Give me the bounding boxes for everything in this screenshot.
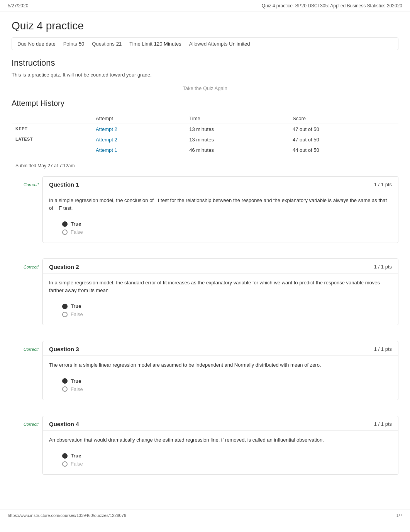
top-bar: 5/27/2020 Quiz 4 practice: SP20 DSCI 305… <box>0 0 410 12</box>
option-label: False <box>71 386 83 392</box>
attempt-row: Attempt 1 46 minutes 44 out of 50 <box>12 145 398 155</box>
question-header: Question 1 1 / 1 pts <box>43 177 398 191</box>
question-card: Question 2 1 / 1 pts In a simple regress… <box>42 258 398 325</box>
points-meta: Points 50 <box>63 41 85 47</box>
radio-circle <box>62 312 68 317</box>
attempt-score: 47 out of 50 <box>289 134 398 145</box>
correct-label: Correct! <box>12 176 42 251</box>
submitted-info: Submitted May 27 at 7:12am <box>15 163 398 168</box>
due-meta: Due No due date <box>17 41 56 47</box>
question-wrapper: Correct! Question 2 1 / 1 pts In a simpl… <box>12 258 398 333</box>
radio-circle <box>62 386 68 392</box>
correct-label: Correct! <box>12 416 42 483</box>
question-block: Question 4 1 / 1 pts An observation that… <box>42 416 398 483</box>
time-limit-value: 120 Minutes <box>154 41 181 47</box>
answer-option[interactable]: False <box>62 386 392 392</box>
points-label: Points <box>63 41 77 47</box>
attempt-link-cell: Attempt 1 <box>92 145 185 155</box>
questions-meta: Questions 21 <box>92 41 122 47</box>
question-card: Question 1 1 / 1 pts In a simple regress… <box>42 176 398 243</box>
radio-circle <box>62 229 68 235</box>
col-header-time: Time <box>185 113 289 124</box>
questions-label: Questions <box>92 41 115 47</box>
answer-option[interactable]: False <box>62 461 392 467</box>
answer-options: True False <box>43 221 398 243</box>
answer-option[interactable]: False <box>62 311 392 317</box>
answer-options: True False <box>43 453 398 474</box>
question-title: Question 3 <box>49 346 79 352</box>
radio-circle <box>62 461 68 467</box>
answer-option[interactable]: True <box>62 303 392 309</box>
questions-value: 21 <box>116 41 122 47</box>
question-header: Question 4 1 / 1 pts <box>43 416 398 431</box>
question-block: Question 3 1 / 1 pts The errors in a sim… <box>42 341 398 408</box>
attempt-link[interactable]: Attempt 2 <box>96 126 117 132</box>
option-label: False <box>71 229 83 235</box>
attempt-time: 46 minutes <box>185 145 289 155</box>
take-quiz-again-button[interactable]: Take the Quiz Again <box>12 85 398 91</box>
answer-option[interactable]: True <box>62 453 392 459</box>
question-body: In a simple regression model, the standa… <box>43 274 398 303</box>
attempt-row: LATEST Attempt 2 13 minutes 47 out of 50 <box>12 134 398 145</box>
question-text: In a simple regression model, the standa… <box>49 279 392 294</box>
attempt-link[interactable]: Attempt 1 <box>96 147 117 153</box>
question-block: Question 1 1 / 1 pts In a simple regress… <box>42 176 398 251</box>
question-card: Question 4 1 / 1 pts An observation that… <box>42 416 398 475</box>
radio-circle <box>62 304 68 309</box>
option-label: False <box>71 461 83 467</box>
question-header: Question 2 1 / 1 pts <box>43 259 398 274</box>
question-wrapper: Correct! Question 3 1 / 1 pts The errors… <box>12 341 398 408</box>
question-wrapper: Correct! Question 1 1 / 1 pts In a simpl… <box>12 176 398 251</box>
attempt-label: KEPT <box>12 124 92 135</box>
question-title: Question 2 <box>49 263 79 270</box>
quiz-meta: Due No due date Points 50 Questions 21 T… <box>12 37 398 50</box>
answer-option[interactable]: True <box>62 378 392 384</box>
question-title: Question 4 <box>49 421 79 427</box>
col-header-score: Score <box>289 113 398 124</box>
allowed-attempts-label: Allowed Attempts <box>189 41 228 47</box>
option-label: True <box>71 453 81 459</box>
radio-circle <box>62 453 68 459</box>
answer-option[interactable]: True <box>62 221 392 227</box>
attempt-label <box>12 145 92 155</box>
question-text: An observation that would dramatically c… <box>49 436 392 444</box>
top-date: 5/27/2020 <box>8 3 28 8</box>
top-title: Quiz 4 practice: SP20 DSCI 305: Applied … <box>262 3 402 8</box>
attempt-score: 44 out of 50 <box>289 145 398 155</box>
question-points: 1 / 1 pts <box>374 182 392 187</box>
question-points: 1 / 1 pts <box>374 421 392 427</box>
attempt-link[interactable]: Attempt 2 <box>96 137 117 143</box>
attempt-history-table: Attempt Time Score KEPT Attempt 2 13 min… <box>12 113 398 155</box>
due-value: No due date <box>28 41 56 47</box>
option-label: True <box>71 303 81 309</box>
option-label: True <box>71 221 81 227</box>
bottom-bar: https://wwu.instructure.com/courses/1339… <box>0 510 410 521</box>
radio-circle <box>62 221 68 227</box>
attempt-history-title: Attempt History <box>12 99 398 108</box>
attempt-row: KEPT Attempt 2 13 minutes 47 out of 50 <box>12 124 398 135</box>
allowed-attempts-meta: Allowed Attempts Unlimited <box>189 41 250 47</box>
question-card: Question 3 1 / 1 pts The errors in a sim… <box>42 341 398 400</box>
answer-options: True False <box>43 303 398 325</box>
question-wrapper: Correct! Question 4 1 / 1 pts An observa… <box>12 416 398 483</box>
time-limit-meta: Time Limit 120 Minutes <box>129 41 181 47</box>
question-text: The errors in a simple linear regression… <box>49 361 392 369</box>
allowed-attempts-value: Unlimited <box>229 41 250 47</box>
question-header: Question 3 1 / 1 pts <box>43 341 398 356</box>
page-indicator: 1/7 <box>396 513 402 518</box>
points-value: 50 <box>79 41 84 47</box>
answer-option[interactable]: False <box>62 229 392 235</box>
attempt-link-cell: Attempt 2 <box>92 124 185 135</box>
radio-circle <box>62 378 68 384</box>
question-block: Question 2 1 / 1 pts In a simple regress… <box>42 258 398 333</box>
question-points: 1 / 1 pts <box>374 264 392 270</box>
correct-label: Correct! <box>12 341 42 408</box>
question-points: 1 / 1 pts <box>374 346 392 352</box>
col-header-empty <box>12 113 92 124</box>
time-limit-label: Time Limit <box>129 41 152 47</box>
question-text: In a simple regression model, the conclu… <box>49 197 392 212</box>
question-title: Question 1 <box>49 181 79 188</box>
instructions-text: This is a practice quiz. It will not be … <box>12 72 398 78</box>
attempt-label: LATEST <box>12 134 92 145</box>
due-label: Due <box>17 41 27 47</box>
